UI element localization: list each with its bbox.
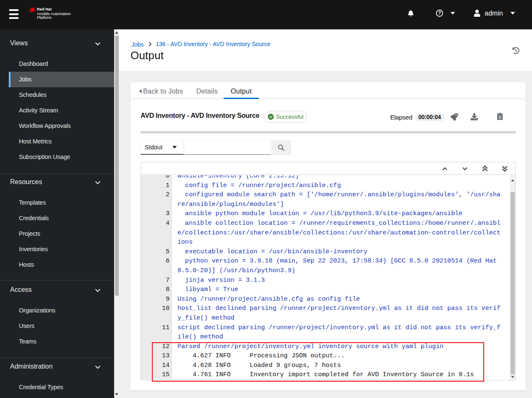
svg-text:?: ? [438,10,441,16]
